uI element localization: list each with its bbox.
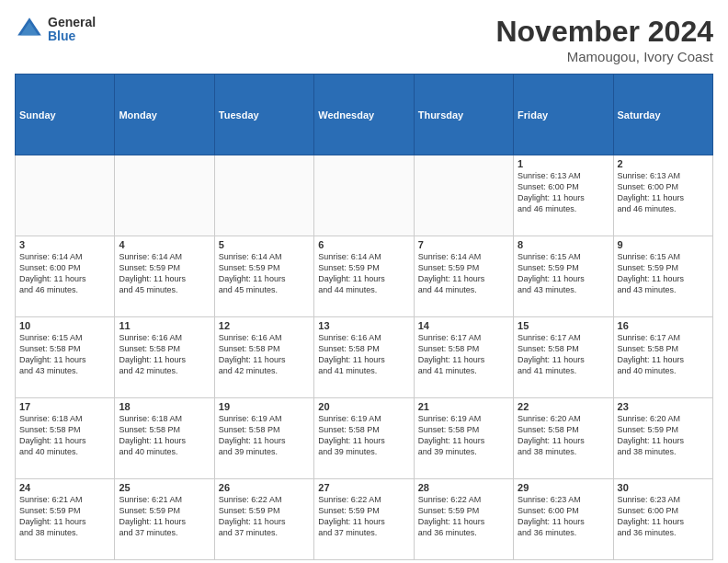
cell-w3-d6: 15Sunrise: 6:17 AM Sunset: 5:58 PM Dayli… <box>514 317 613 398</box>
day-number: 1 <box>518 158 609 169</box>
cell-w1-d1 <box>16 155 115 236</box>
cell-w3-d4: 13Sunrise: 6:16 AM Sunset: 5:58 PM Dayli… <box>314 317 414 398</box>
cell-w2-d7: 9Sunrise: 6:15 AM Sunset: 5:59 PM Daylig… <box>613 236 712 317</box>
col-sunday: Sunday <box>16 75 115 155</box>
calendar-header-row: Sunday Monday Tuesday Wednesday Thursday… <box>16 75 713 155</box>
cell-w5-d6: 29Sunrise: 6:23 AM Sunset: 6:00 PM Dayli… <box>514 479 613 560</box>
cell-info: Sunrise: 6:21 AM Sunset: 5:59 PM Dayligh… <box>19 494 110 539</box>
logo-general-text: General <box>48 16 96 29</box>
cell-w2-d3: 5Sunrise: 6:14 AM Sunset: 5:59 PM Daylig… <box>214 236 313 317</box>
week-row-4: 17Sunrise: 6:18 AM Sunset: 5:58 PM Dayli… <box>16 398 713 479</box>
cell-info: Sunrise: 6:16 AM Sunset: 5:58 PM Dayligh… <box>219 332 310 377</box>
cell-info: Sunrise: 6:14 AM Sunset: 5:59 PM Dayligh… <box>219 251 310 296</box>
week-row-5: 24Sunrise: 6:21 AM Sunset: 5:59 PM Dayli… <box>16 479 713 560</box>
cell-w3-d5: 14Sunrise: 6:17 AM Sunset: 5:58 PM Dayli… <box>414 317 513 398</box>
page: General Blue November 2024 Mamougou, Ivo… <box>0 0 728 563</box>
day-number: 16 <box>618 320 709 331</box>
col-monday: Monday <box>115 75 214 155</box>
cell-w4-d6: 22Sunrise: 6:20 AM Sunset: 5:58 PM Dayli… <box>514 398 613 479</box>
logo-blue-text: Blue <box>48 29 96 43</box>
cell-w1-d7: 2Sunrise: 6:13 AM Sunset: 6:00 PM Daylig… <box>613 155 712 236</box>
cell-w2-d5: 7Sunrise: 6:14 AM Sunset: 5:59 PM Daylig… <box>414 236 513 317</box>
cell-info: Sunrise: 6:13 AM Sunset: 6:00 PM Dayligh… <box>518 170 609 215</box>
cell-w5-d2: 25Sunrise: 6:21 AM Sunset: 5:59 PM Dayli… <box>115 479 214 560</box>
cell-w5-d3: 26Sunrise: 6:22 AM Sunset: 5:59 PM Dayli… <box>214 479 313 560</box>
cell-info: Sunrise: 6:22 AM Sunset: 5:59 PM Dayligh… <box>418 494 509 539</box>
cell-info: Sunrise: 6:17 AM Sunset: 5:58 PM Dayligh… <box>518 332 609 377</box>
day-number: 10 <box>19 320 110 331</box>
title-block: November 2024 Mamougou, Ivory Coast <box>495 15 713 64</box>
col-thursday: Thursday <box>414 75 513 155</box>
day-number: 6 <box>318 239 409 250</box>
cell-info: Sunrise: 6:23 AM Sunset: 6:00 PM Dayligh… <box>518 494 609 539</box>
logo: General Blue <box>15 15 96 44</box>
cell-w2-d6: 8Sunrise: 6:15 AM Sunset: 5:59 PM Daylig… <box>514 236 613 317</box>
col-saturday: Saturday <box>613 75 712 155</box>
day-number: 18 <box>119 401 210 412</box>
cell-w2-d1: 3Sunrise: 6:14 AM Sunset: 6:00 PM Daylig… <box>16 236 115 317</box>
day-number: 27 <box>318 482 409 493</box>
day-number: 28 <box>418 482 509 493</box>
cell-info: Sunrise: 6:19 AM Sunset: 5:58 PM Dayligh… <box>418 413 509 458</box>
day-number: 7 <box>418 239 509 250</box>
cell-w3-d3: 12Sunrise: 6:16 AM Sunset: 5:58 PM Dayli… <box>214 317 313 398</box>
cell-info: Sunrise: 6:15 AM Sunset: 5:59 PM Dayligh… <box>618 251 709 296</box>
cell-w4-d1: 17Sunrise: 6:18 AM Sunset: 5:58 PM Dayli… <box>16 398 115 479</box>
day-number: 11 <box>119 320 210 331</box>
day-number: 23 <box>618 401 709 412</box>
day-number: 19 <box>219 401 310 412</box>
week-row-3: 10Sunrise: 6:15 AM Sunset: 5:58 PM Dayli… <box>16 317 713 398</box>
cell-w4-d7: 23Sunrise: 6:20 AM Sunset: 5:59 PM Dayli… <box>613 398 712 479</box>
cell-info: Sunrise: 6:15 AM Sunset: 5:58 PM Dayligh… <box>19 332 110 377</box>
week-row-1: 1Sunrise: 6:13 AM Sunset: 6:00 PM Daylig… <box>16 155 713 236</box>
header: General Blue November 2024 Mamougou, Ivo… <box>15 15 713 64</box>
cell-info: Sunrise: 6:15 AM Sunset: 5:59 PM Dayligh… <box>518 251 609 296</box>
day-number: 8 <box>518 239 609 250</box>
col-friday: Friday <box>514 75 613 155</box>
cell-info: Sunrise: 6:19 AM Sunset: 5:58 PM Dayligh… <box>318 413 409 458</box>
day-number: 30 <box>618 482 709 493</box>
month-title: November 2024 <box>495 15 713 49</box>
cell-info: Sunrise: 6:13 AM Sunset: 6:00 PM Dayligh… <box>618 170 709 215</box>
logo-icon <box>15 15 44 44</box>
cell-w5-d7: 30Sunrise: 6:23 AM Sunset: 6:00 PM Dayli… <box>613 479 712 560</box>
cell-w1-d2 <box>115 155 214 236</box>
cell-w1-d6: 1Sunrise: 6:13 AM Sunset: 6:00 PM Daylig… <box>514 155 613 236</box>
cell-w3-d2: 11Sunrise: 6:16 AM Sunset: 5:58 PM Dayli… <box>115 317 214 398</box>
cell-info: Sunrise: 6:18 AM Sunset: 5:58 PM Dayligh… <box>19 413 110 458</box>
cell-info: Sunrise: 6:18 AM Sunset: 5:58 PM Dayligh… <box>119 413 210 458</box>
day-number: 5 <box>219 239 310 250</box>
cell-w4-d4: 20Sunrise: 6:19 AM Sunset: 5:58 PM Dayli… <box>314 398 414 479</box>
day-number: 17 <box>19 401 110 412</box>
cell-info: Sunrise: 6:14 AM Sunset: 5:59 PM Dayligh… <box>318 251 409 296</box>
cell-w5-d1: 24Sunrise: 6:21 AM Sunset: 5:59 PM Dayli… <box>16 479 115 560</box>
cell-w3-d7: 16Sunrise: 6:17 AM Sunset: 5:58 PM Dayli… <box>613 317 712 398</box>
cell-info: Sunrise: 6:16 AM Sunset: 5:58 PM Dayligh… <box>119 332 210 377</box>
cell-w1-d3 <box>214 155 313 236</box>
cell-info: Sunrise: 6:22 AM Sunset: 5:59 PM Dayligh… <box>219 494 310 539</box>
cell-w1-d5 <box>414 155 513 236</box>
cell-w4-d2: 18Sunrise: 6:18 AM Sunset: 5:58 PM Dayli… <box>115 398 214 479</box>
cell-info: Sunrise: 6:19 AM Sunset: 5:58 PM Dayligh… <box>219 413 310 458</box>
day-number: 13 <box>318 320 409 331</box>
day-number: 3 <box>19 239 110 250</box>
cell-w1-d4 <box>314 155 414 236</box>
logo-text: General Blue <box>48 16 96 44</box>
cell-info: Sunrise: 6:14 AM Sunset: 6:00 PM Dayligh… <box>19 251 110 296</box>
cell-info: Sunrise: 6:20 AM Sunset: 5:58 PM Dayligh… <box>518 413 609 458</box>
day-number: 2 <box>618 158 709 169</box>
day-number: 4 <box>119 239 210 250</box>
day-number: 20 <box>318 401 409 412</box>
day-number: 9 <box>618 239 709 250</box>
cell-info: Sunrise: 6:17 AM Sunset: 5:58 PM Dayligh… <box>418 332 509 377</box>
day-number: 24 <box>19 482 110 493</box>
cell-info: Sunrise: 6:14 AM Sunset: 5:59 PM Dayligh… <box>119 251 210 296</box>
day-number: 29 <box>518 482 609 493</box>
day-number: 22 <box>518 401 609 412</box>
calendar-table: Sunday Monday Tuesday Wednesday Thursday… <box>15 74 713 560</box>
cell-info: Sunrise: 6:17 AM Sunset: 5:58 PM Dayligh… <box>618 332 709 377</box>
cell-info: Sunrise: 6:14 AM Sunset: 5:59 PM Dayligh… <box>418 251 509 296</box>
cell-w2-d4: 6Sunrise: 6:14 AM Sunset: 5:59 PM Daylig… <box>314 236 414 317</box>
cell-info: Sunrise: 6:21 AM Sunset: 5:59 PM Dayligh… <box>119 494 210 539</box>
week-row-2: 3Sunrise: 6:14 AM Sunset: 6:00 PM Daylig… <box>16 236 713 317</box>
